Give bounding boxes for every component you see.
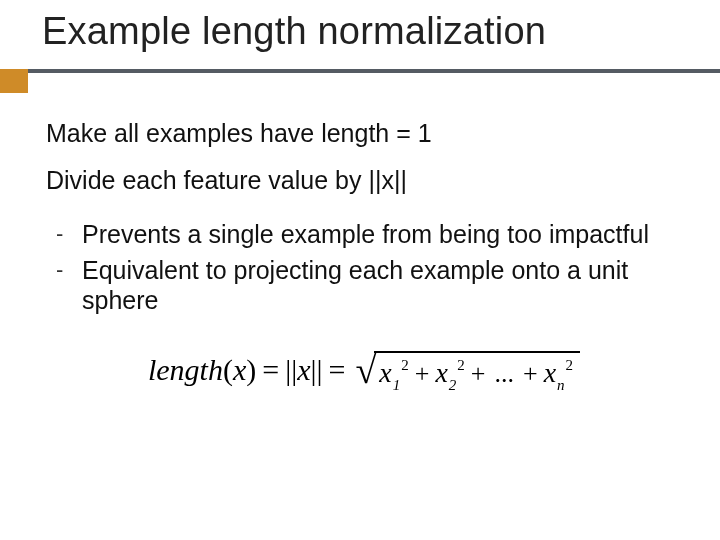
- term-sub: 2: [449, 377, 457, 394]
- formula-mid: x: [297, 353, 310, 387]
- term-sub: n: [557, 377, 565, 394]
- list-item: - Equivalent to projecting each example …: [56, 255, 682, 315]
- term-sup: 2: [457, 357, 465, 374]
- dash-icon: -: [56, 219, 82, 249]
- norm-close: ||: [310, 353, 322, 387]
- paren-close: ): [246, 353, 256, 387]
- radical-icon: √: [355, 351, 376, 389]
- under-root: x12 + x22 + ... + xn2: [374, 351, 580, 389]
- equals-sign: =: [329, 353, 346, 387]
- formula-lhs-word: length: [148, 353, 223, 387]
- term: x12: [379, 357, 408, 389]
- term-sup: 2: [566, 357, 574, 374]
- term-sub: 1: [393, 377, 401, 394]
- list-item: - Prevents a single example from being t…: [56, 219, 682, 249]
- paren-open: (: [223, 353, 233, 387]
- formula: length(x) = ||x|| = √ x12 + x22 +: [46, 351, 682, 389]
- norm-open: ||: [285, 353, 297, 387]
- accent-box: [0, 69, 28, 93]
- slide: Example length normalization Make all ex…: [0, 0, 720, 540]
- formula-inner: length(x) = ||x|| = √ x12 + x22 +: [148, 351, 580, 389]
- bullet-text: Equivalent to projecting each example on…: [82, 255, 682, 315]
- term-base: x: [435, 357, 447, 389]
- intro-line-2: Divide each feature value by ||x||: [46, 166, 682, 195]
- term-base: x: [544, 357, 556, 389]
- plus-sign: +: [415, 359, 430, 389]
- term: x22: [435, 357, 464, 389]
- sqrt: √ x12 + x22 + ... + xn2: [355, 351, 580, 389]
- ellipsis: ...: [495, 359, 515, 389]
- plus-sign: +: [471, 359, 486, 389]
- horizontal-rule: [28, 69, 720, 73]
- equals-sign: =: [262, 353, 279, 387]
- intro-line-1: Make all examples have length = 1: [46, 119, 682, 148]
- title-rule: [0, 69, 720, 93]
- slide-body: Make all examples have length = 1 Divide…: [0, 93, 720, 389]
- plus-sign: +: [523, 359, 538, 389]
- term-base: x: [379, 357, 391, 389]
- formula-lhs-arg: x: [233, 353, 246, 387]
- bullet-list: - Prevents a single example from being t…: [46, 219, 682, 315]
- bullet-text: Prevents a single example from being too…: [82, 219, 649, 249]
- dash-icon: -: [56, 255, 82, 285]
- slide-title: Example length normalization: [0, 10, 720, 55]
- term: xn2: [544, 357, 573, 389]
- term-sup: 2: [401, 357, 409, 374]
